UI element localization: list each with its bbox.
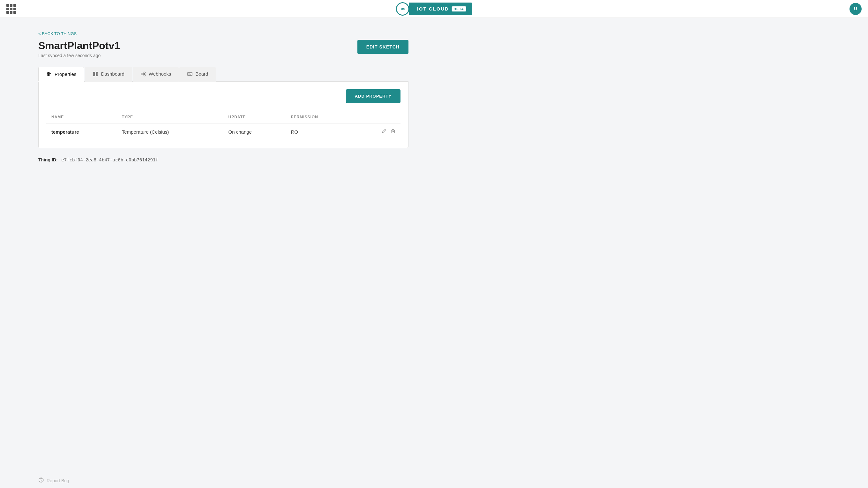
- page-title: SmartPlantPotv1: [38, 40, 120, 52]
- tab-dashboard[interactable]: Dashboard: [85, 67, 132, 82]
- table-header: NAME TYPE UPDATE PERMISSION: [46, 111, 401, 124]
- table-body: temperature Temperature (Celsius) On cha…: [46, 124, 401, 140]
- header: ∞ IOT CLOUD BETA U: [0, 0, 868, 18]
- sync-status: Last synced a few seconds ago: [38, 53, 120, 58]
- svg-rect-3: [47, 73, 51, 74]
- tab-dashboard-label: Dashboard: [101, 71, 124, 76]
- brand-text: IOT CLOUD: [417, 6, 449, 11]
- thing-id-value: e7fcbf04-2ea8-4b47-ac6b-c0bb7614291f: [61, 157, 158, 162]
- tab-board[interactable]: Board: [179, 67, 216, 82]
- svg-rect-19: [41, 480, 41, 481]
- properties-panel: ADD PROPERTY NAME TYPE UPDATE PERMISSION…: [38, 82, 408, 148]
- property-name: temperature: [46, 124, 117, 140]
- col-type: TYPE: [117, 111, 223, 124]
- webhooks-icon: [141, 71, 146, 77]
- header-left: [6, 4, 16, 14]
- svg-line-11: [143, 73, 144, 74]
- svg-rect-16: [190, 74, 191, 75]
- svg-rect-15: [190, 73, 190, 75]
- grid-menu-icon[interactable]: [6, 4, 16, 14]
- properties-icon: [46, 71, 52, 77]
- col-update: UPDATE: [223, 111, 286, 124]
- svg-point-8: [141, 73, 143, 75]
- page-title-group: SmartPlantPotv1 Last synced a few second…: [38, 40, 120, 58]
- svg-rect-5: [96, 72, 98, 74]
- svg-rect-7: [96, 74, 98, 76]
- report-bug-icon: [38, 477, 44, 484]
- footer: Report Bug: [0, 473, 868, 488]
- edit-property-icon[interactable]: [381, 129, 386, 135]
- svg-point-9: [144, 72, 145, 73]
- tab-webhooks-label: Webhooks: [149, 71, 172, 76]
- arduino-symbol: ∞: [401, 6, 404, 12]
- add-property-button[interactable]: ADD PROPERTY: [346, 89, 401, 103]
- tab-properties-label: Properties: [55, 71, 76, 77]
- svg-point-10: [144, 74, 145, 76]
- property-type: Temperature (Celsius): [117, 124, 223, 140]
- avatar[interactable]: U: [849, 3, 862, 15]
- tab-properties[interactable]: Properties: [38, 67, 84, 82]
- svg-rect-17: [391, 130, 395, 133]
- dashboard-icon: [93, 71, 98, 77]
- svg-rect-4: [93, 72, 95, 74]
- col-permission: PERMISSION: [286, 111, 355, 124]
- add-property-row: ADD PROPERTY: [46, 89, 401, 103]
- property-update: On change: [223, 124, 286, 140]
- properties-table: NAME TYPE UPDATE PERMISSION temperature …: [46, 111, 401, 140]
- beta-badge: BETA: [452, 6, 466, 11]
- header-center: ∞ IOT CLOUD BETA: [396, 2, 472, 15]
- svg-point-20: [41, 482, 41, 482]
- tab-webhooks[interactable]: Webhooks: [133, 67, 179, 82]
- iot-cloud-badge: IOT CLOUD BETA: [409, 3, 472, 15]
- svg-rect-6: [93, 74, 95, 76]
- thing-id-label: Thing ID:: [38, 157, 58, 162]
- arduino-logo: ∞: [396, 2, 409, 15]
- col-actions: [355, 111, 401, 124]
- report-bug-label[interactable]: Report Bug: [46, 478, 69, 483]
- tab-board-label: Board: [195, 71, 208, 76]
- edit-sketch-button[interactable]: EDIT SKETCH: [358, 40, 408, 54]
- property-actions: [355, 124, 401, 140]
- col-name: NAME: [46, 111, 117, 124]
- svg-rect-14: [189, 73, 189, 75]
- tabs: Properties Dashboard: [38, 67, 408, 82]
- thing-id-row: Thing ID: e7fcbf04-2ea8-4b47-ac6b-c0bb76…: [38, 157, 408, 162]
- delete-property-icon[interactable]: [390, 129, 395, 135]
- property-permission: RO: [286, 124, 355, 140]
- svg-line-12: [143, 74, 144, 75]
- table-row: temperature Temperature (Celsius) On cha…: [46, 124, 401, 140]
- back-to-things-link[interactable]: < BACK TO THINGS: [38, 31, 76, 36]
- main-content: < BACK TO THINGS SmartPlantPotv1 Last sy…: [0, 18, 447, 175]
- board-icon: [187, 71, 193, 77]
- page-header: SmartPlantPotv1 Last synced a few second…: [38, 40, 408, 58]
